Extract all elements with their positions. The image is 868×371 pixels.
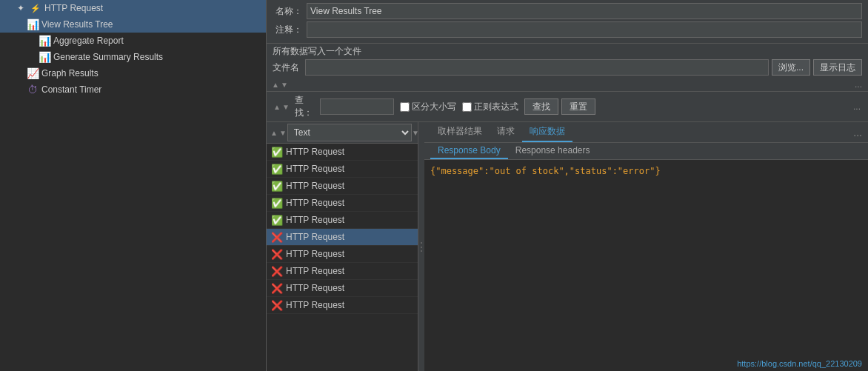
request-name: HTTP Request (286, 266, 344, 276)
watermark: https://blog.csdn.net/qq_22130209 (737, 359, 862, 368)
form-section: 名称： 注释： (267, 0, 868, 44)
fail-icon: ❌ (271, 282, 283, 294)
request-name: HTTP Request (286, 164, 344, 174)
sub-tab-response-headers[interactable]: Response headers (508, 143, 598, 159)
success-icon: ✅ (271, 197, 283, 209)
right-panel: 名称： 注释： 所有数据写入一个文件 文件名 浏览... 显示日志 ▲ ▼ ..… (267, 0, 868, 371)
tree-item-constant-timer[interactable]: ⏱ Constant Timer (0, 81, 266, 98)
regex-label: 正则表达式 (462, 101, 518, 113)
listener-icon: 📊 (39, 35, 50, 47)
search-label: 查找： (295, 94, 317, 119)
response-panel: 取样器结果 请求 响应数据 ... Response Body Response… (424, 122, 868, 371)
comment-label: 注释： (273, 24, 302, 36)
comment-row: 注释： (273, 21, 862, 38)
req-scroll-down[interactable]: ▼ (279, 129, 287, 137)
scroll-up-icon[interactable]: ▲ (272, 81, 279, 89)
request-name: HTTP Request (286, 147, 344, 157)
tree-item-label: View Results Tree (41, 19, 113, 30)
name-row: 名称： (273, 3, 862, 19)
list-item[interactable]: ✅ HTTP Request (267, 195, 418, 212)
success-icon: ✅ (271, 163, 283, 175)
tree-item-label: Generate Summary Results (53, 52, 163, 62)
sub-tab-response-body[interactable]: Response Body (430, 143, 508, 159)
request-name: HTTP Request (286, 181, 344, 191)
tree-item-aggregate-report[interactable]: 📊 Aggregate Report (0, 33, 266, 49)
fail-icon: ❌ (271, 231, 283, 243)
tabs-row: 取样器结果 请求 响应数据 ... (424, 122, 868, 143)
request-list: ✅ HTTP Request ✅ HTTP Request ✅ HTTP Req… (267, 144, 418, 371)
listener-icon: 📊 (27, 19, 39, 30)
tabs-more-icon[interactable]: ... (853, 127, 862, 138)
tree-item-view-results-tree[interactable]: 📊 View Results Tree (0, 16, 266, 33)
main-content: ▲ ▼ Text RegExp Tester CSS/JQuery Tester… (267, 122, 868, 371)
sub-tabs-row: Response Body Response headers (424, 143, 868, 160)
toolbar-strip: ▲ ▼ ... (267, 78, 868, 92)
fail-icon: ❌ (271, 299, 283, 311)
search-button[interactable]: 查找 (524, 98, 558, 115)
success-icon: ✅ (271, 146, 283, 158)
search-scroll-up[interactable]: ▲ (273, 103, 281, 111)
list-item[interactable]: ❌ HTTP Request (267, 246, 418, 263)
dropdown-arrow-icon: ▼ (412, 129, 415, 137)
display-log-button[interactable]: 显示日志 (813, 59, 862, 76)
tab-sampler-results[interactable]: 取样器结果 (430, 122, 490, 142)
case-sensitive-label: 区分大小写 (400, 101, 456, 113)
fail-icon: ❌ (271, 248, 283, 260)
tree-item-label: Graph Results (41, 68, 99, 78)
search-more-icon[interactable]: ... (853, 101, 861, 112)
name-input[interactable] (307, 3, 862, 19)
more-icon[interactable]: ... (855, 79, 862, 90)
search-bar: ▲ ▼ 查找： 区分大小写 正则表达式 查找 重置 ... (267, 92, 868, 122)
reset-button[interactable]: 重置 (561, 98, 595, 115)
file-label: 文件名 (273, 61, 302, 74)
list-item[interactable]: ❌ HTTP Request (267, 297, 418, 314)
request-list-panel: ▲ ▼ Text RegExp Tester CSS/JQuery Tester… (267, 122, 418, 371)
file-input[interactable] (305, 59, 769, 76)
browse-button[interactable]: 浏览... (772, 59, 810, 76)
list-item[interactable]: ❌ HTTP Request (267, 263, 418, 280)
fail-icon: ❌ (271, 265, 283, 277)
search-scroll-down[interactable]: ▼ (282, 103, 290, 111)
request-name: HTTP Request (286, 300, 344, 310)
text-format-dropdown[interactable]: Text RegExp Tester CSS/JQuery Tester XPa… (287, 124, 412, 141)
regex-checkbox[interactable] (462, 102, 472, 112)
tree-item-label: Aggregate Report (53, 36, 124, 46)
success-icon: ✅ (271, 180, 283, 192)
listener-icon: 📊 (39, 51, 50, 63)
left-tree-panel: ✦ ⚡ HTTP Request 📊 View Results Tree 📊 A… (0, 0, 267, 371)
drag-handle[interactable]: ⋮ (418, 122, 424, 371)
graph-icon: 📈 (27, 67, 39, 79)
name-label: 名称： (273, 5, 302, 18)
list-item[interactable]: ✅ HTTP Request (267, 144, 418, 161)
scroll-down-icon[interactable]: ▼ (281, 81, 288, 89)
comment-input[interactable] (307, 21, 862, 38)
case-sensitive-checkbox[interactable] (400, 102, 410, 112)
req-scroll-up[interactable]: ▲ (270, 129, 278, 137)
tree-item-label: HTTP Request (44, 3, 103, 13)
request-name: HTTP Request (286, 215, 344, 225)
file-row: 文件名 浏览... 显示日志 (267, 59, 868, 76)
http-icon: ⚡ (30, 2, 41, 14)
list-item[interactable]: ✅ HTTP Request (267, 161, 418, 178)
request-name: HTTP Request (286, 198, 344, 208)
request-name: HTTP Request (286, 249, 344, 259)
list-item[interactable]: ✅ HTTP Request (267, 212, 418, 229)
response-content: {"message":"out of stock","status":"erro… (430, 166, 862, 176)
request-name: HTTP Request (286, 232, 344, 242)
request-list-toolbar: ▲ ▼ Text RegExp Tester CSS/JQuery Tester… (267, 122, 418, 144)
tab-request[interactable]: 请求 (490, 122, 522, 142)
list-item[interactable]: ❌ HTTP Request (267, 280, 418, 297)
tab-response-data[interactable]: 响应数据 (522, 122, 572, 142)
tree-item-http-request[interactable]: ✦ ⚡ HTTP Request (0, 0, 266, 16)
hint-text: 所有数据写入一个文件 (267, 44, 868, 59)
tree-item-label: Constant Timer (41, 84, 101, 95)
list-item[interactable]: ❌ HTTP Request (267, 229, 418, 246)
response-body: {"message":"out of stock","status":"erro… (424, 160, 868, 371)
list-item[interactable]: ✅ HTTP Request (267, 178, 418, 195)
expand-arrow-icon: ✦ (15, 2, 27, 14)
tree-item-graph-results[interactable]: 📈 Graph Results (0, 65, 266, 81)
tree-item-generate-summary[interactable]: 📊 Generate Summary Results (0, 49, 266, 65)
success-icon: ✅ (271, 214, 283, 226)
request-name: HTTP Request (286, 283, 344, 293)
search-input[interactable] (320, 98, 394, 115)
